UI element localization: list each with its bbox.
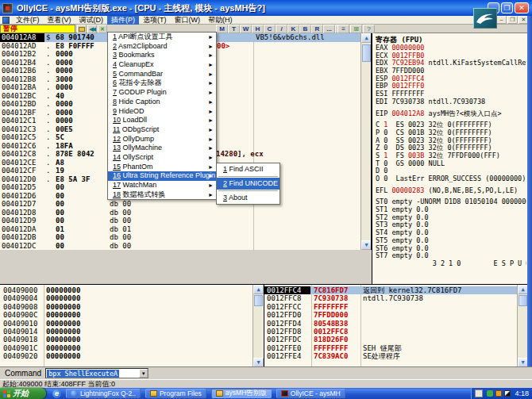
- window-button-slash[interactable]: /: [276, 25, 287, 33]
- title-bar[interactable]: OllyICE - aysMH告别版.exe - [CPU - 主线程, 模块 …: [0, 0, 532, 16]
- register-line[interactable]: ESP 0012FFC4: [376, 75, 526, 83]
- lock-tray-icon[interactable]: [495, 390, 502, 397]
- stack-row[interactable]: 0012FFC87C930738ntdll.7C930738: [264, 294, 518, 302]
- input-method-tray-icon[interactable]: [504, 390, 511, 397]
- register-line[interactable]: S 1 FS 003B 32位 7FFDF000(FFF): [376, 152, 526, 160]
- scroll-up-icon[interactable]: ▲: [518, 285, 527, 294]
- disassembly-scrollbar[interactable]: ▲ ▼: [360, 33, 371, 250]
- list-icon[interactable]: ≡: [337, 25, 349, 33]
- plugin-menu-item[interactable]: 11 ODbgScript►: [108, 125, 216, 135]
- stack-scrollbar[interactable]: ▲ ▼: [517, 285, 527, 366]
- register-line[interactable]: 3 2 1 0 E S P U O: [376, 260, 526, 268]
- submenu-item-find-ascii[interactable]: 1 Find ASCII: [217, 163, 279, 175]
- dump-row[interactable]: 0040901800000000: [0, 336, 264, 343]
- register-line[interactable]: EFL 00000283 (NO,B,NE,BE,S,PO,L,LE): [376, 187, 526, 195]
- dropdown-arrow-icon[interactable]: ▼: [139, 369, 148, 378]
- plugin-menu-item[interactable]: 2 Asm2Clipboard►: [108, 42, 216, 52]
- language-bar-icon[interactable]: [475, 389, 483, 397]
- taskbar-task[interactable]: Program Files: [145, 389, 206, 398]
- plugin-menu-item[interactable]: 6 花指令去除器►: [108, 79, 216, 88]
- disasm-row[interactable]: 004012DC00db 00: [0, 242, 360, 251]
- register-line[interactable]: O 0 LastErr ERROR_SUCCESS (00000000): [376, 175, 526, 183]
- disasm-row[interactable]: 004012D800db 00: [0, 209, 360, 217]
- ie-quicklaunch-icon[interactable]: e: [52, 389, 61, 398]
- stack-row[interactable]: 0012FFD07FFDD000: [264, 311, 518, 319]
- register-line[interactable]: P 0 CS 001B 32位 0(FFFFFFFF): [376, 129, 526, 137]
- mdi-minimize-button[interactable]: –: [496, 16, 507, 24]
- close-button[interactable]: ✕: [515, 2, 529, 13]
- register-line[interactable]: EBX 7FFDD000: [376, 67, 526, 75]
- dump-row[interactable]: 0040901000000000: [0, 320, 264, 328]
- windows-icon[interactable]: ⊞: [350, 25, 362, 33]
- register-line[interactable]: ST4 empty 0.0: [376, 229, 526, 237]
- plugin-menu-item[interactable]: 4 CleanupEx►: [108, 60, 216, 70]
- menubar-item[interactable]: 选项(T): [139, 16, 171, 25]
- disasm-row[interactable]: 004012D700db 00: [0, 200, 360, 209]
- disasm-row[interactable]: 004012DA01db 01: [0, 225, 360, 234]
- menubar-item[interactable]: 查看(V): [44, 16, 75, 25]
- stack-pane[interactable]: 0012FFC47C816FD7返回到 kernel32.7C816FD7001…: [264, 284, 527, 366]
- window-button-dots[interactable]: ...: [323, 25, 335, 33]
- taskbar-task[interactable]: OllyICE - aysMH: [276, 389, 345, 398]
- stack-row[interactable]: 0012FFE47C839AC0SE处理程序: [264, 352, 518, 360]
- window-button-B[interactable]: B: [299, 25, 311, 33]
- menubar-item[interactable]: 帮助(H): [204, 16, 237, 25]
- register-line[interactable]: A 0 SS 0023 32位 0(FFFFFFFF): [376, 137, 526, 145]
- register-line[interactable]: ESI FFFFFFFF: [376, 90, 526, 98]
- taskbar-task[interactable]: LightningFox Q-2..: [66, 389, 141, 398]
- menubar-item[interactable]: 窗口(W): [171, 16, 205, 25]
- taskbar-task[interactable]: aysMH告别版: [211, 389, 272, 398]
- antivirus-tray-icon[interactable]: [487, 390, 493, 397]
- window-button-K[interactable]: K: [287, 25, 299, 33]
- plugin-menu-item[interactable]: 16 Ultra String Reference Plugin►: [108, 171, 216, 181]
- dump-row[interactable]: 0040901400000000: [0, 328, 264, 336]
- dump-pane[interactable]: 0040900000000000004090040000000000409008…: [0, 284, 264, 366]
- window-button-R[interactable]: R: [311, 25, 323, 33]
- restore-button[interactable]: ❐: [501, 2, 513, 13]
- scroll-up-icon[interactable]: ▲: [361, 33, 372, 43]
- menubar-item[interactable]: 调试(D): [75, 16, 108, 25]
- window-button-H[interactable]: H: [252, 25, 264, 33]
- stack-row[interactable]: 0012FFDC818D26F0: [264, 336, 518, 343]
- register-line[interactable]: EDI 7C930738 ntdll.7C930738: [376, 98, 526, 106]
- stack-row[interactable]: 0012FFCCFFFFFFFF: [264, 303, 518, 311]
- register-line[interactable]: ST6 empty 0.0: [376, 245, 526, 253]
- register-line[interactable]: EDX 7C92EB94 ntdll.KiFastSystemCallRet: [376, 59, 526, 67]
- register-line[interactable]: ST1 empty 0.0: [376, 206, 526, 214]
- dump-row[interactable]: 0040900400000000: [0, 294, 264, 302]
- register-line[interactable]: ST5 empty 0.0: [376, 237, 526, 245]
- register-line[interactable]: ST0 empty -UNORM D1D8 01050104 00000000: [376, 198, 526, 206]
- dump-row[interactable]: 0040902000000000: [0, 352, 264, 360]
- dump-row[interactable]: 0040901C00000000: [0, 344, 264, 352]
- close-program-button[interactable]: ✕: [98, 25, 107, 33]
- dump-scrollbar[interactable]: ▲ ▼: [253, 285, 263, 366]
- plugin-menu-item[interactable]: 13 OllyMachine►: [108, 144, 216, 153]
- register-line[interactable]: EIP 004012A8 aysMH告?<模块入口点>: [376, 110, 526, 118]
- mdi-child-icon[interactable]: [2, 17, 10, 24]
- stack-row[interactable]: 0012FFD480548B38: [264, 320, 518, 328]
- plugin-menu-item[interactable]: 7 GODUP Plugin►: [108, 88, 216, 98]
- register-line[interactable]: Z 0 DS 0023 32位 0(FFFFFFFF): [376, 144, 526, 152]
- dump-row[interactable]: 0040900000000000: [0, 286, 264, 294]
- open-file-button[interactable]: [77, 25, 87, 33]
- scroll-thumb[interactable]: [254, 295, 263, 306]
- scroll-thumb[interactable]: [519, 295, 527, 306]
- register-line[interactable]: ST2 empty 0.0: [376, 214, 526, 222]
- register-line[interactable]: C 1 ES 0023 32位 0(FFFFFFFF): [376, 121, 526, 129]
- window-button-T[interactable]: T: [228, 25, 240, 33]
- submenu-item-find-unicode[interactable]: 2 Find UNICODE: [217, 178, 279, 190]
- plugin-menu-item[interactable]: 14 OllyScript►: [108, 153, 216, 163]
- register-line[interactable]: ECX 0012FFB0: [376, 52, 526, 60]
- register-line[interactable]: EBP 0012FFF0: [376, 82, 526, 90]
- dump-row[interactable]: 0040900C00000000: [0, 311, 264, 319]
- window-button-W[interactable]: W: [240, 25, 252, 33]
- scroll-down-icon[interactable]: ▼: [253, 358, 264, 366]
- dump-row[interactable]: 0040900800000000: [0, 303, 264, 311]
- help-icon[interactable]: ?: [363, 25, 375, 33]
- scroll-up-icon[interactable]: ▲: [253, 285, 264, 294]
- window-button-M[interactable]: M: [216, 25, 228, 33]
- plugin-menu-item[interactable]: 15 PhantOm►: [108, 163, 216, 172]
- plugin-menu-item[interactable]: 8 Hide Caption►: [108, 98, 216, 107]
- scroll-thumb[interactable]: [362, 44, 371, 62]
- register-line[interactable]: T 0 GS 0000 NULL: [376, 160, 526, 168]
